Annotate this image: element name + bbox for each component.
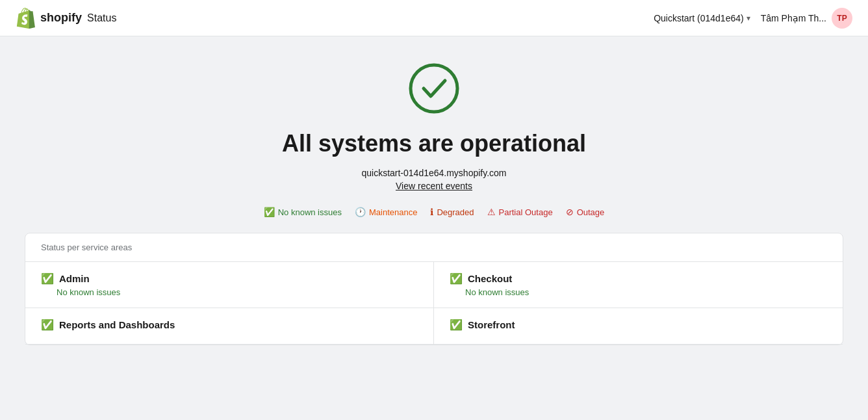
hero-title: All systems are operational xyxy=(282,130,586,157)
legend-item-partial-outage: ⚠ Partial Outage xyxy=(487,207,553,217)
service-grid: ✅ Admin No known issues ✅ Checkout No kn… xyxy=(25,262,843,345)
shopify-logo: shopify xyxy=(16,8,82,29)
service-status-text: No known issues xyxy=(450,287,827,297)
legend-item-degraded: ℹ Degraded xyxy=(430,207,474,217)
legend-item-outage: ⊘ Outage xyxy=(566,207,605,217)
service-status-icon: ✅ xyxy=(41,319,54,331)
view-recent-events-link[interactable]: View recent events xyxy=(396,181,472,191)
service-name-row: ✅ Checkout xyxy=(450,272,827,285)
service-status-icon: ✅ xyxy=(450,319,463,331)
legend-label-no-known-issues: No known issues xyxy=(278,207,342,217)
user-name: Tâm Phạm Th... xyxy=(761,13,826,23)
all-systems-operational-icon xyxy=(408,62,460,114)
service-item: ✅ Admin No known issues xyxy=(25,262,434,308)
service-item: ✅ Reports and Dashboards xyxy=(25,308,434,345)
service-name: Admin xyxy=(59,273,90,284)
service-name: Storefront xyxy=(468,319,515,330)
svg-point-0 xyxy=(411,65,457,112)
legend-icon-maintenance: 🕐 xyxy=(355,207,366,217)
shopify-brand-name: shopify xyxy=(40,11,82,25)
user-info: Tâm Phạm Th... TP xyxy=(761,8,852,29)
legend-label-partial-outage: Partial Outage xyxy=(499,207,553,217)
header-right: Quickstart (014d1e64) ▾ Tâm Phạm Th... T… xyxy=(654,8,852,29)
store-selector[interactable]: Quickstart (014d1e64) ▾ xyxy=(654,13,750,23)
legend-item-maintenance: 🕐 Maintenance xyxy=(355,207,417,217)
service-status-icon: ✅ xyxy=(450,272,463,285)
header-left: shopify Status xyxy=(16,8,116,29)
shopify-logo-icon xyxy=(16,8,36,29)
legend-icon-partial-outage: ⚠ xyxy=(487,207,496,217)
main-content: All systems are operational quickstart-0… xyxy=(0,36,868,358)
service-name: Checkout xyxy=(468,273,512,284)
avatar[interactable]: TP xyxy=(832,8,852,29)
legend-icon-no-known-issues: ✅ xyxy=(264,207,275,217)
legend-icon-degraded: ℹ xyxy=(430,207,433,217)
service-name-row: ✅ Reports and Dashboards xyxy=(41,319,418,331)
card-header: Status per service areas xyxy=(25,233,843,262)
store-url: quickstart-014d1e64.myshopify.com xyxy=(361,168,506,178)
legend-item-no-known-issues: ✅ No known issues xyxy=(264,207,342,217)
service-areas-card: Status per service areas ✅ Admin No know… xyxy=(25,233,843,345)
service-status-text: No known issues xyxy=(41,287,418,297)
legend-icon-outage: ⊘ xyxy=(566,207,574,217)
service-item: ✅ Checkout No known issues xyxy=(434,262,843,308)
service-item: ✅ Storefront xyxy=(434,308,843,345)
legend-label-maintenance: Maintenance xyxy=(369,207,417,217)
service-status-icon: ✅ xyxy=(41,272,54,285)
service-name: Reports and Dashboards xyxy=(59,319,175,330)
service-name-row: ✅ Storefront xyxy=(450,319,827,331)
service-name-row: ✅ Admin xyxy=(41,272,418,285)
status-legend: ✅ No known issues 🕐 Maintenance ℹ Degrad… xyxy=(264,207,605,217)
header: shopify Status Quickstart (014d1e64) ▾ T… xyxy=(0,0,868,36)
chevron-down-icon: ▾ xyxy=(747,14,750,23)
legend-label-outage: Outage xyxy=(577,207,605,217)
store-selector-name: Quickstart (014d1e64) xyxy=(654,13,744,23)
status-page-label: Status xyxy=(87,12,116,24)
legend-label-degraded: Degraded xyxy=(437,207,474,217)
